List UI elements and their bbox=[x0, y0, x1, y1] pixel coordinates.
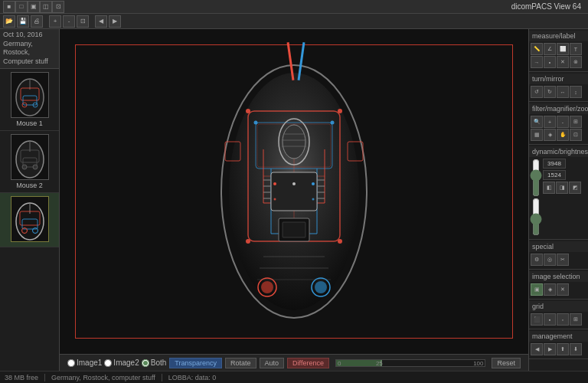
section-management: management ◀ ▶ ⬆ ⬇ bbox=[529, 329, 588, 359]
radio-image2[interactable]: Image2 bbox=[104, 358, 139, 367]
flip-v-icon[interactable]: ↕ bbox=[570, 86, 582, 98]
svg-point-52 bbox=[246, 239, 250, 244]
left-panel: Oct 10, 2016 Germany, Rostock, Computer … bbox=[0, 29, 60, 371]
thumbnail-image-1 bbox=[11, 72, 49, 118]
bottom-controls: Image1 Image2 Both Transparency Rotate A… bbox=[60, 354, 528, 371]
toolbar-save[interactable]: 💾 bbox=[17, 15, 29, 28]
extra-status: LOBBA: data: 0 bbox=[168, 374, 217, 381]
delete-icon[interactable]: ✕ bbox=[557, 56, 569, 68]
image-sel1-icon[interactable]: ▣ bbox=[531, 283, 543, 296]
area-icon[interactable]: ⬜ bbox=[557, 43, 569, 55]
grid3-icon[interactable]: ▫ bbox=[557, 313, 569, 326]
thumbnail-label-1: Mouse 1 bbox=[16, 119, 43, 127]
transparency-button[interactable]: Transparency bbox=[169, 358, 222, 368]
menu-bar: ■ □ ▣ ◫ ⊡ dicomPACS View 64 bbox=[0, 0, 588, 14]
radio-image1[interactable]: Image1 bbox=[67, 358, 102, 367]
thumbnail-mouse3[interactable] bbox=[0, 193, 59, 247]
location-status: Germany, Rostock, computer stuff bbox=[51, 374, 155, 381]
lut-icons: ◧ ◨ ◩ bbox=[543, 182, 581, 194]
fit-icon[interactable]: ⊡ bbox=[570, 129, 582, 141]
svg-point-57 bbox=[261, 281, 273, 293]
radio-input-image2[interactable] bbox=[104, 359, 112, 367]
center-panel: Image1 Image2 Both Transparency Rotate A… bbox=[60, 29, 528, 371]
mgmt2-icon[interactable]: ▶ bbox=[544, 343, 556, 355]
section-title-filter: filter/magnifier/zoom bbox=[529, 103, 588, 114]
difference-button[interactable]: Difference bbox=[287, 358, 329, 368]
contrast-slider[interactable] bbox=[531, 198, 541, 236]
toolbar-prev[interactable]: ◀ bbox=[95, 15, 107, 28]
toolbar-zoom-out[interactable]: - bbox=[63, 15, 75, 28]
toolbar-print[interactable]: 🖨 bbox=[31, 15, 43, 28]
pan-icon[interactable]: ✋ bbox=[557, 129, 569, 141]
svg-point-10 bbox=[22, 165, 27, 169]
thumbnail-mouse2[interactable]: Mouse 2 bbox=[0, 131, 59, 193]
section-title-turn: turn/mirror bbox=[529, 74, 588, 84]
point-icon[interactable]: • bbox=[544, 56, 556, 68]
section-title-special: special bbox=[529, 241, 588, 252]
menu-icon-5[interactable]: ⊡ bbox=[52, 1, 64, 13]
zoom-in-icon[interactable]: + bbox=[544, 116, 556, 128]
auto-button[interactable]: Auto bbox=[260, 358, 285, 368]
turn-icons: ↺ ↻ ↔ ↕ bbox=[529, 84, 588, 100]
menu-icon-2[interactable]: □ bbox=[15, 1, 28, 13]
radio-input-image1[interactable] bbox=[67, 359, 75, 367]
image-sel3-icon[interactable]: ✕ bbox=[557, 283, 569, 296]
main-viewport[interactable] bbox=[60, 29, 528, 354]
rotate-button[interactable]: Rotate bbox=[225, 358, 256, 368]
svg-point-54 bbox=[254, 121, 258, 125]
mgmt1-icon[interactable]: ◀ bbox=[531, 343, 543, 355]
brightness-slider[interactable] bbox=[531, 159, 541, 197]
menu-icon-4[interactable]: ◫ bbox=[40, 1, 52, 13]
toolbar-fit[interactable]: ⊡ bbox=[77, 15, 89, 28]
thumbnail-mouse1[interactable]: Mouse 1 bbox=[0, 69, 59, 131]
grid1-icon[interactable]: ⬛ bbox=[531, 313, 543, 326]
flip-h-icon[interactable]: ↔ bbox=[557, 86, 569, 98]
progress-label-100: 100 bbox=[473, 359, 485, 366]
filter1-icon[interactable]: ▦ bbox=[531, 129, 543, 141]
mgmt3-icon[interactable]: ⬆ bbox=[557, 343, 569, 355]
special3-icon[interactable]: ✂ bbox=[557, 254, 569, 266]
lut2-icon[interactable]: ◨ bbox=[556, 182, 568, 194]
radio-input-both[interactable] bbox=[142, 359, 149, 367]
menu-icon-1[interactable]: ■ bbox=[3, 1, 15, 13]
lut1-icon[interactable]: ◧ bbox=[543, 182, 555, 194]
svg-point-62 bbox=[312, 182, 315, 185]
grid-icon[interactable]: ⊞ bbox=[570, 116, 582, 128]
thumbnail-image-3 bbox=[11, 196, 49, 242]
ruler-icon[interactable]: 📏 bbox=[531, 43, 543, 55]
reset-button[interactable]: Reset bbox=[492, 358, 521, 368]
rotate-left-icon[interactable]: ↺ bbox=[531, 86, 543, 98]
radio-both[interactable]: Both bbox=[142, 358, 167, 367]
grid4-icon[interactable]: ⊞ bbox=[570, 313, 582, 326]
value-display-2: 1524 bbox=[543, 170, 566, 180]
angle-icon[interactable]: ∠ bbox=[544, 43, 556, 55]
filter2-icon[interactable]: ◈ bbox=[544, 129, 556, 141]
status-bar: 38 MB free Germany, Rostock, computer st… bbox=[0, 371, 588, 383]
grid2-icon[interactable]: ▪ bbox=[544, 313, 556, 326]
mgmt4-icon[interactable]: ⬇ bbox=[570, 343, 582, 355]
toolbar-next[interactable]: ▶ bbox=[109, 15, 121, 28]
svg-point-59 bbox=[315, 281, 327, 293]
svg-point-61 bbox=[292, 182, 296, 185]
thumbnail-image-2 bbox=[11, 134, 49, 180]
memory-status: 38 MB free bbox=[5, 374, 38, 381]
svg-point-11 bbox=[33, 165, 38, 169]
menu-icon-3[interactable]: ▣ bbox=[28, 1, 40, 13]
arrow-icon[interactable]: → bbox=[531, 56, 543, 68]
toolbar-zoom-in[interactable]: + bbox=[49, 15, 61, 28]
magnifier-icon[interactable]: 🔍 bbox=[531, 116, 543, 128]
zoom-out-icon[interactable]: - bbox=[557, 116, 569, 128]
lut3-icon[interactable]: ◩ bbox=[569, 182, 581, 194]
toolbar-open[interactable]: 📂 bbox=[3, 15, 15, 28]
special1-icon[interactable]: ⚙ bbox=[531, 254, 543, 266]
rotate-right-icon[interactable]: ↻ bbox=[544, 86, 556, 98]
svg-point-50 bbox=[246, 109, 250, 113]
clear-icon[interactable]: ⊗ bbox=[570, 56, 582, 68]
image-sel2-icon[interactable]: ◈ bbox=[544, 283, 556, 296]
progress-label-30: 25 bbox=[376, 359, 383, 366]
text-icon[interactable]: T bbox=[570, 43, 582, 55]
filter-icons: 🔍 + - ⊞ ▦ ◈ ✋ ⊡ bbox=[529, 114, 588, 142]
special2-icon[interactable]: ◎ bbox=[544, 254, 556, 266]
section-image-sel: image selection ▣ ◈ ✕ bbox=[529, 270, 588, 300]
section-title-grid: grid bbox=[529, 301, 588, 312]
